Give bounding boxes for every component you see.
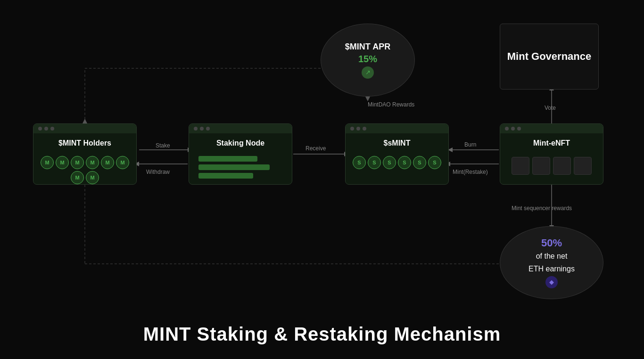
smint-coin: S [398,156,411,169]
nft-tile-2 [532,157,550,175]
dot1 [505,127,509,131]
smint-coins-row: S S S S S S [352,154,442,171]
enft-box: Mint-eNFT [500,123,603,185]
diagram-container: $MINT APR 15% ↗ Mint Governance $MINT Ho… [0,0,644,359]
coin: M [56,156,69,169]
coin: M [86,156,99,169]
smint-coin: S [428,156,441,169]
mint-holders-content: $MINT Holders M M M M M M M M [33,133,136,185]
governance-title: Mint Governance [507,50,591,64]
enft-titlebar [500,124,603,133]
dot3 [363,127,366,131]
dot1 [350,127,354,131]
eth-icon: ◆ [545,276,558,288]
enft-content: Mint-eNFT [500,133,603,183]
apr-title: $MINT APR [345,42,390,52]
dot3 [206,127,210,131]
mint-holders-titlebar [33,124,136,133]
svg-marker-3 [365,97,370,101]
coin: M [101,156,114,169]
smint-coin: S [368,156,381,169]
coin: M [86,171,99,184]
smint-content: $sMINT S S S S S S [346,133,448,177]
dot2 [511,127,515,131]
dot2 [200,127,204,131]
dot3 [517,127,521,131]
dot1 [194,127,198,131]
progress-bars [196,154,285,180]
nft-grid [507,154,596,178]
staking-node-label: Staking Node [196,139,285,147]
prog-bar-2 [198,164,270,170]
smint-label: $sMINT [352,139,442,147]
coin: M [116,156,129,169]
vote-label: Vote [545,105,556,111]
mint-holders-box: $MINT Holders M M M M M M M M [33,123,137,185]
bottom-title: MINT Staking & Restaking Mechanism [0,324,644,345]
apr-oval: $MINT APR 15% ↗ [321,24,415,97]
apr-icon: ↗ [362,66,374,79]
apr-percent: 15% [358,54,377,65]
mint-seq-rewards-label: Mint sequencer rewards [512,205,572,212]
staking-node-content: Staking Node [189,133,292,185]
dot1 [38,127,42,131]
nft-tile-4 [574,157,592,175]
prog-bar-1 [198,156,257,162]
mint-holders-label: $MINT Holders [40,139,130,147]
coin: M [71,171,84,184]
enft-label: Mint-eNFT [507,139,596,147]
smint-titlebar [346,124,448,133]
coin: M [71,156,84,169]
nft-tile-3 [553,157,571,175]
eth-percent: 50% [541,237,562,249]
governance-box: Mint Governance [500,24,599,90]
staking-node-box: Staking Node [189,123,292,185]
mint-restake-label: Mint(Restake) [453,169,488,175]
coin: M [41,156,54,169]
eth-text2: ETH earnings [528,264,575,274]
smint-coin: S [383,156,396,169]
smint-box: $sMINT S S S S S S [345,123,449,185]
dot2 [356,127,360,131]
receive-label: Receive [305,145,326,152]
eth-text1: of the net [536,251,568,261]
smint-coin: S [413,156,426,169]
smint-coin: S [353,156,366,169]
prog-bar-3 [198,173,253,179]
eth-oval: 50% of the net ETH earnings ◆ [500,226,603,299]
staking-node-titlebar [189,124,292,133]
withdraw-label: Withdraw [146,169,170,175]
stake-label: Stake [156,142,170,149]
svg-marker-6 [83,119,87,123]
burn-label: Burn [464,141,476,148]
mintdao-rewards-label: MintDAO Rewards [368,101,414,108]
dot2 [44,127,48,131]
mint-coins-row: M M M M M M M M [40,154,130,185]
nft-tile-1 [512,157,529,175]
dot3 [50,127,54,131]
